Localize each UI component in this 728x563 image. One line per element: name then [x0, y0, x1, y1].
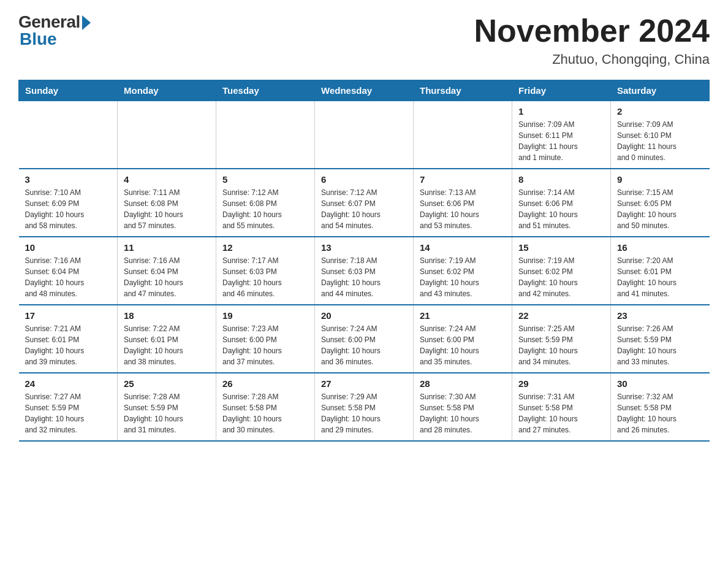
calendar-cell: 28Sunrise: 7:30 AMSunset: 5:58 PMDayligh…	[414, 373, 512, 441]
calendar-cell: 18Sunrise: 7:22 AMSunset: 6:01 PMDayligh…	[118, 305, 216, 373]
calendar-cell: 16Sunrise: 7:20 AMSunset: 6:01 PMDayligh…	[611, 237, 710, 305]
week-row-4: 17Sunrise: 7:21 AMSunset: 6:01 PMDayligh…	[19, 305, 710, 373]
calendar-cell: 12Sunrise: 7:17 AMSunset: 6:03 PMDayligh…	[216, 237, 315, 305]
day-number: 11	[124, 242, 210, 253]
day-info: Sunrise: 7:10 AMSunset: 6:09 PMDaylight:…	[25, 187, 112, 231]
day-info: Sunrise: 7:16 AMSunset: 6:04 PMDaylight:…	[25, 255, 112, 299]
day-number: 21	[420, 310, 506, 321]
calendar-cell: 30Sunrise: 7:32 AMSunset: 5:58 PMDayligh…	[611, 373, 710, 441]
calendar-cell	[216, 101, 315, 169]
day-info: Sunrise: 7:19 AMSunset: 6:02 PMDaylight:…	[518, 255, 604, 299]
location-title: Zhutuo, Chongqing, China	[474, 52, 710, 67]
col-sunday: Sunday	[19, 80, 118, 101]
day-info: Sunrise: 7:09 AMSunset: 6:10 PMDaylight:…	[617, 119, 703, 163]
day-number: 24	[25, 378, 112, 389]
day-info: Sunrise: 7:18 AMSunset: 6:03 PMDaylight:…	[321, 255, 407, 299]
calendar-cell: 2Sunrise: 7:09 AMSunset: 6:10 PMDaylight…	[611, 101, 710, 169]
day-info: Sunrise: 7:23 AMSunset: 6:00 PMDaylight:…	[222, 323, 308, 367]
day-number: 30	[617, 378, 703, 389]
calendar-table: Sunday Monday Tuesday Wednesday Thursday…	[18, 80, 710, 442]
calendar-cell: 26Sunrise: 7:28 AMSunset: 5:58 PMDayligh…	[216, 373, 315, 441]
day-number: 17	[25, 310, 112, 321]
calendar-cell: 8Sunrise: 7:14 AMSunset: 6:06 PMDaylight…	[512, 169, 611, 237]
day-number: 26	[222, 378, 308, 389]
calendar-cell: 25Sunrise: 7:28 AMSunset: 5:59 PMDayligh…	[118, 373, 216, 441]
day-info: Sunrise: 7:24 AMSunset: 6:00 PMDaylight:…	[321, 323, 407, 367]
day-number: 25	[124, 378, 210, 389]
day-info: Sunrise: 7:11 AMSunset: 6:08 PMDaylight:…	[124, 187, 210, 231]
day-number: 13	[321, 242, 407, 253]
day-number: 5	[222, 174, 308, 185]
calendar-cell: 7Sunrise: 7:13 AMSunset: 6:06 PMDaylight…	[414, 169, 512, 237]
calendar-cell: 23Sunrise: 7:26 AMSunset: 5:59 PMDayligh…	[611, 305, 710, 373]
calendar-cell: 29Sunrise: 7:31 AMSunset: 5:58 PMDayligh…	[512, 373, 611, 441]
calendar-cell	[118, 101, 216, 169]
day-info: Sunrise: 7:32 AMSunset: 5:58 PMDaylight:…	[617, 391, 703, 435]
day-info: Sunrise: 7:30 AMSunset: 5:58 PMDaylight:…	[420, 391, 506, 435]
calendar-cell: 9Sunrise: 7:15 AMSunset: 6:05 PMDaylight…	[611, 169, 710, 237]
calendar-cell: 15Sunrise: 7:19 AMSunset: 6:02 PMDayligh…	[512, 237, 611, 305]
calendar-cell: 6Sunrise: 7:12 AMSunset: 6:07 PMDaylight…	[315, 169, 414, 237]
day-number: 29	[518, 378, 604, 389]
calendar-cell: 22Sunrise: 7:25 AMSunset: 5:59 PMDayligh…	[512, 305, 611, 373]
day-number: 28	[420, 378, 506, 389]
day-info: Sunrise: 7:12 AMSunset: 6:08 PMDaylight:…	[222, 187, 308, 231]
day-info: Sunrise: 7:13 AMSunset: 6:06 PMDaylight:…	[420, 187, 506, 231]
day-info: Sunrise: 7:09 AMSunset: 6:11 PMDaylight:…	[518, 119, 604, 163]
logo: General Blue	[18, 12, 91, 49]
day-number: 6	[321, 174, 407, 185]
week-row-2: 3Sunrise: 7:10 AMSunset: 6:09 PMDaylight…	[19, 169, 710, 237]
day-number: 7	[420, 174, 506, 185]
month-title: November 2024	[474, 12, 710, 49]
day-info: Sunrise: 7:29 AMSunset: 5:58 PMDaylight:…	[321, 391, 407, 435]
week-row-3: 10Sunrise: 7:16 AMSunset: 6:04 PMDayligh…	[19, 237, 710, 305]
day-number: 27	[321, 378, 407, 389]
logo-blue-text: Blue	[20, 29, 57, 49]
calendar-cell: 17Sunrise: 7:21 AMSunset: 6:01 PMDayligh…	[19, 305, 118, 373]
day-info: Sunrise: 7:31 AMSunset: 5:58 PMDaylight:…	[518, 391, 604, 435]
calendar-cell: 10Sunrise: 7:16 AMSunset: 6:04 PMDayligh…	[19, 237, 118, 305]
day-number: 16	[617, 242, 703, 253]
week-row-1: 1Sunrise: 7:09 AMSunset: 6:11 PMDaylight…	[19, 101, 710, 169]
day-info: Sunrise: 7:15 AMSunset: 6:05 PMDaylight:…	[617, 187, 703, 231]
day-number: 1	[518, 106, 604, 117]
day-number: 8	[518, 174, 604, 185]
calendar-cell: 20Sunrise: 7:24 AMSunset: 6:00 PMDayligh…	[315, 305, 414, 373]
day-info: Sunrise: 7:25 AMSunset: 5:59 PMDaylight:…	[518, 323, 604, 367]
calendar-cell: 11Sunrise: 7:16 AMSunset: 6:04 PMDayligh…	[118, 237, 216, 305]
day-number: 20	[321, 310, 407, 321]
day-number: 2	[617, 106, 703, 117]
day-info: Sunrise: 7:20 AMSunset: 6:01 PMDaylight:…	[617, 255, 703, 299]
calendar-cell: 19Sunrise: 7:23 AMSunset: 6:00 PMDayligh…	[216, 305, 315, 373]
col-monday: Monday	[118, 80, 216, 101]
day-info: Sunrise: 7:14 AMSunset: 6:06 PMDaylight:…	[518, 187, 604, 231]
col-wednesday: Wednesday	[315, 80, 414, 101]
day-info: Sunrise: 7:24 AMSunset: 6:00 PMDaylight:…	[420, 323, 506, 367]
day-info: Sunrise: 7:22 AMSunset: 6:01 PMDaylight:…	[124, 323, 210, 367]
day-number: 12	[222, 242, 308, 253]
title-block: November 2024 Zhutuo, Chongqing, China	[474, 12, 710, 67]
col-friday: Friday	[512, 80, 611, 101]
day-info: Sunrise: 7:21 AMSunset: 6:01 PMDaylight:…	[25, 323, 112, 367]
calendar-cell: 27Sunrise: 7:29 AMSunset: 5:58 PMDayligh…	[315, 373, 414, 441]
calendar-cell: 24Sunrise: 7:27 AMSunset: 5:59 PMDayligh…	[19, 373, 118, 441]
day-number: 19	[222, 310, 308, 321]
calendar-cell: 1Sunrise: 7:09 AMSunset: 6:11 PMDaylight…	[512, 101, 611, 169]
day-number: 4	[124, 174, 210, 185]
calendar-cell	[315, 101, 414, 169]
day-number: 3	[25, 174, 112, 185]
calendar-cell	[19, 101, 118, 169]
col-saturday: Saturday	[611, 80, 710, 101]
day-info: Sunrise: 7:27 AMSunset: 5:59 PMDaylight:…	[25, 391, 112, 435]
calendar-cell	[414, 101, 512, 169]
calendar-cell: 21Sunrise: 7:24 AMSunset: 6:00 PMDayligh…	[414, 305, 512, 373]
col-tuesday: Tuesday	[216, 80, 315, 101]
day-info: Sunrise: 7:16 AMSunset: 6:04 PMDaylight:…	[124, 255, 210, 299]
calendar-cell: 5Sunrise: 7:12 AMSunset: 6:08 PMDaylight…	[216, 169, 315, 237]
header-row: Sunday Monday Tuesday Wednesday Thursday…	[19, 80, 710, 101]
calendar-cell: 13Sunrise: 7:18 AMSunset: 6:03 PMDayligh…	[315, 237, 414, 305]
calendar-cell: 14Sunrise: 7:19 AMSunset: 6:02 PMDayligh…	[414, 237, 512, 305]
calendar-cell: 3Sunrise: 7:10 AMSunset: 6:09 PMDaylight…	[19, 169, 118, 237]
day-number: 23	[617, 310, 703, 321]
day-info: Sunrise: 7:28 AMSunset: 5:58 PMDaylight:…	[222, 391, 308, 435]
